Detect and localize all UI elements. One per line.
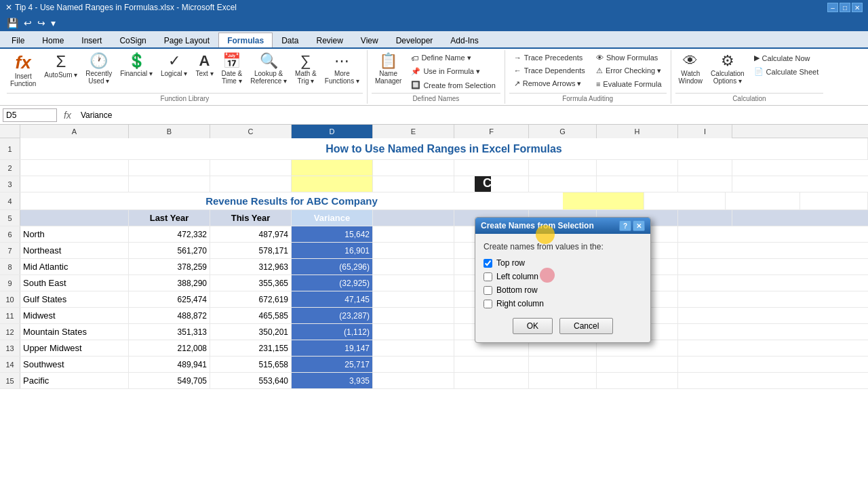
cell-f14[interactable]	[454, 357, 529, 372]
cell-a15[interactable]: Pacific	[20, 373, 129, 388]
title-bar-controls[interactable]: – □ ✕	[827, 3, 863, 12]
tab-view[interactable]: View	[352, 33, 387, 47]
cell-h15[interactable]	[597, 373, 678, 388]
cell-h3[interactable]	[597, 176, 678, 192]
trace-dependents-btn[interactable]: ← Trace Dependents	[509, 64, 590, 77]
cell-b2[interactable]	[129, 160, 210, 176]
col-header-e[interactable]: E	[373, 125, 454, 138]
formula-input[interactable]	[78, 109, 865, 121]
cell-g15[interactable]	[529, 373, 597, 388]
autosum-btn[interactable]: Σ AutoSum ▾	[41, 52, 81, 81]
cell-d11[interactable]: (23,287)	[292, 308, 373, 323]
cell-d4[interactable]	[563, 192, 644, 209]
calculation-options-btn[interactable]: ⚙ CalculationOptions ▾	[707, 52, 747, 87]
dialog-ok-btn[interactable]: OK	[513, 318, 553, 334]
date-time-btn[interactable]: 📅 Date &Time ▾	[218, 52, 246, 87]
cell-a10[interactable]: Gulf States	[20, 291, 129, 307]
cell-b13[interactable]: 212,008	[129, 340, 210, 356]
dialog-help-btn[interactable]: ?	[619, 220, 631, 231]
cell-f15[interactable]	[454, 373, 529, 388]
financial-btn[interactable]: 💲 Financial ▾	[117, 52, 156, 79]
cell-e5[interactable]	[373, 210, 454, 226]
cell-d6[interactable]: 15,642	[292, 226, 373, 242]
cell-c14[interactable]: 515,658	[210, 357, 292, 372]
checkbox-bottom-row-label[interactable]: Bottom row	[496, 285, 538, 295]
cell-a5[interactable]	[20, 210, 129, 226]
cell-b10[interactable]: 625,474	[129, 291, 210, 307]
insert-function-btn[interactable]: fx InsertFunction	[7, 52, 39, 89]
math-trig-btn[interactable]: ∑ Math &Trig ▾	[292, 52, 320, 87]
tab-addins[interactable]: Add-Ins	[441, 33, 487, 47]
cell-b14[interactable]: 489,941	[129, 357, 210, 372]
checkbox-right-col-label[interactable]: Right column	[496, 299, 544, 308]
cell-c13[interactable]: 231,155	[210, 340, 292, 356]
cell-e14[interactable]	[373, 357, 454, 372]
remove-arrows-btn[interactable]: ↗ Remove Arrows ▾	[509, 77, 590, 90]
cell-c6[interactable]: 487,974	[210, 226, 292, 242]
cell-b15[interactable]: 549,705	[129, 373, 210, 388]
cell-h2[interactable]	[597, 160, 678, 176]
cell-c2[interactable]	[210, 160, 292, 176]
cell-b3[interactable]	[129, 176, 210, 192]
cell-a3[interactable]	[20, 176, 129, 192]
cell-e9[interactable]	[373, 275, 454, 291]
cell-d13[interactable]: 19,147	[292, 340, 373, 356]
cell-c8[interactable]: 312,963	[210, 259, 292, 274]
tab-file[interactable]: File	[3, 33, 33, 47]
logical-btn[interactable]: ✓ Logical ▾	[157, 52, 191, 79]
cell-e13[interactable]	[373, 340, 454, 356]
close-btn[interactable]: ✕	[852, 3, 863, 12]
cell-a13[interactable]: Upper Midwest	[20, 340, 129, 356]
tab-review[interactable]: Review	[308, 33, 352, 47]
dialog-titlebar[interactable]: Create Names from Selection ? ✕	[475, 218, 650, 234]
dialog-close-btn[interactable]: ✕	[633, 220, 645, 231]
cell-c10[interactable]: 672,619	[210, 291, 292, 307]
cell-e12[interactable]	[373, 324, 454, 340]
define-name-btn[interactable]: 🏷 Define Name ▾	[406, 52, 500, 64]
cell-g2[interactable]	[529, 160, 597, 176]
minimize-btn[interactable]: –	[827, 3, 838, 12]
cell-a14[interactable]: Southwest	[20, 357, 129, 372]
tab-developer[interactable]: Developer	[387, 33, 442, 47]
checkbox-left-col-label[interactable]: Left column	[496, 272, 538, 281]
cell-g14[interactable]	[529, 357, 597, 372]
cell-h14[interactable]	[597, 357, 678, 372]
cell-c15[interactable]: 553,640	[210, 373, 292, 388]
col-header-h[interactable]: H	[597, 125, 678, 138]
tab-data[interactable]: Data	[273, 33, 307, 47]
cell-e15[interactable]	[373, 373, 454, 388]
cell-e10[interactable]	[373, 291, 454, 307]
tab-pagelayout[interactable]: Page Layout	[155, 33, 218, 47]
qa-save-btn[interactable]: 💾	[5, 18, 20, 28]
col-header-i[interactable]: I	[678, 125, 732, 138]
cell-a6[interactable]: North	[20, 226, 129, 242]
use-in-formula-btn[interactable]: 📌 Use in Formula ▾	[406, 65, 500, 78]
cell-d12[interactable]: (1,112)	[292, 324, 373, 340]
cell-i2[interactable]	[678, 160, 732, 176]
cell-d14[interactable]: 25,717	[292, 357, 373, 372]
tab-formulas[interactable]: Formulas	[218, 33, 273, 47]
cell-a11[interactable]: Midwest	[20, 308, 129, 323]
cell-g3[interactable]	[529, 176, 597, 192]
show-formulas-btn[interactable]: 👁 Show Formulas	[591, 52, 667, 64]
cell-i5[interactable]	[678, 210, 732, 226]
cell-b11[interactable]: 488,872	[129, 308, 210, 323]
name-manager-btn[interactable]: 📋 NameManager	[372, 52, 405, 87]
cell-b9[interactable]: 388,290	[129, 275, 210, 291]
col-header-g[interactable]: G	[529, 125, 597, 138]
recently-used-btn[interactable]: 🕐 RecentlyUsed ▾	[82, 52, 115, 87]
cell-e8[interactable]	[373, 259, 454, 274]
cell-c5[interactable]: This Year	[210, 210, 292, 226]
more-functions-btn[interactable]: ⋯ MoreFunctions ▾	[321, 52, 363, 87]
cell-d10[interactable]: 47,145	[292, 291, 373, 307]
cell-b5[interactable]: Last Year	[129, 210, 210, 226]
checkbox-bottom-row-input[interactable]	[484, 286, 492, 295]
cell-i3[interactable]	[678, 176, 732, 192]
maximize-btn[interactable]: □	[840, 3, 850, 12]
cell-e4[interactable]	[644, 192, 726, 209]
cell-a9[interactable]: South East	[20, 275, 129, 291]
text-btn[interactable]: A Text ▾	[192, 52, 216, 79]
dialog-cancel-btn[interactable]: Cancel	[559, 318, 613, 334]
cell-b8[interactable]: 378,259	[129, 259, 210, 274]
cell-a2[interactable]	[20, 160, 129, 176]
